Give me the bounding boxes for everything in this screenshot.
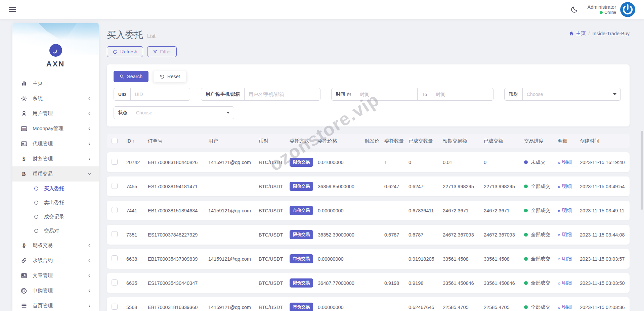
sidebar-subitem-sell-orders[interactable]: 卖出委托 [12,196,99,210]
column-header-price: 委托价格 [318,138,365,144]
sidebar-item-subscription-management[interactable]: 申购管理 [12,283,99,298]
cell-filled-amount: 0.62467645 [409,305,443,310]
breadcrumb: 主页 / Inside-Trade-Buy [569,23,630,37]
double-chevron-icon: » [558,304,560,310]
cell-created-at: 2023-11-15 03:49:11 [580,208,625,213]
row-checkbox[interactable] [112,279,118,286]
detail-link[interactable]: »明细 [558,256,580,262]
sidebar-subitem-trading-pairs[interactable]: 交易对 [12,224,99,238]
sidebar-subitem-buy-orders[interactable]: 买入委托 [12,182,99,196]
page-title: 买入委托 [107,29,143,41]
status-label: 全部成交 [531,183,550,190]
sidebar-item-options-trading[interactable]: B 期权交易 [12,238,99,253]
hamburger-menu-icon[interactable] [9,6,16,13]
cell-id: 6638 [126,256,148,262]
cell-expected-total: 24672.367093 [443,232,484,238]
column-header-amount: 委托数量 [384,138,409,144]
row-checkbox[interactable] [112,231,118,237]
table-row: 6635 ES1700035430440347 BTC/USDT 限价交易 36… [107,273,630,293]
row-checkbox[interactable] [112,304,118,310]
status-select[interactable]: Choose [132,107,234,119]
cell-pair: BTC/USDT [259,280,290,286]
cell-filled-total: 33561.4508 [484,256,524,262]
chevron-left-icon [87,111,92,116]
row-checkbox[interactable] [112,159,118,165]
detail-link[interactable]: »明细 [558,280,580,286]
cell-expected-total: 33561.450846 [443,280,484,286]
sidebar-item-finance-management[interactable]: $ 财务管理 [12,151,99,166]
cell-created-at: 2023-11-15 03:03:50 [580,280,625,286]
breadcrumb-home-link[interactable]: 主页 [569,30,586,37]
cell-filled-amount: 0.67836411 [409,208,443,213]
vertical-scrollbar-thumb[interactable] [641,131,643,210]
column-header-id[interactable]: ID↑ [126,138,148,144]
cell-filled-amount: 0.9198 [409,280,443,286]
cell-created-at: 2023-11-15 03:49:54 [580,184,625,189]
spot-trading-submenu: 买入委托 卖出委托 成交记录 交易对 [12,182,99,238]
time-from-input[interactable] [356,88,417,100]
status-label: 全部成交 [531,280,550,286]
user-menu[interactable]: Administrator Online [588,2,635,17]
search-button[interactable]: Search [114,71,148,82]
row-checkbox[interactable] [112,207,118,213]
chevron-left-icon [87,258,92,263]
refresh-button[interactable]: Refresh [107,46,143,57]
dark-mode-moon-icon[interactable] [570,6,578,13]
user-icon [20,110,28,117]
detail-link[interactable]: »明细 [558,183,580,190]
page-subtitle: List [147,33,156,39]
table-row: 6638 EB1700035437309839 14159121@qq.com … [107,249,630,269]
detail-link[interactable]: »明细 [558,304,580,310]
id-card-icon [20,140,28,147]
sidebar-item-spot-trading[interactable]: B 币币交易 [12,166,99,182]
cc-card-icon: CC [20,125,28,132]
order-type-badge: 限价交易 [290,182,313,191]
cell-price: 0.00000000 [318,256,365,262]
sidebar-item-home[interactable]: 主页 [12,76,99,91]
detail-link[interactable]: »明细 [558,207,580,214]
column-header-pair: 币对 [259,138,290,144]
sidebar-item-user-management[interactable]: 用户管理 [12,106,99,121]
sidebar-menu: 主页 系统 用户管理 CC Moonpay管理 [12,76,99,311]
order-type-badge: 限价交易 [290,278,313,288]
reset-button[interactable]: Reset [153,71,186,82]
cell-progress: 全部成交 [524,231,558,238]
pair-select[interactable]: Choose [523,88,620,100]
cell-amount: 0.6247 [384,184,409,189]
sidebar-item-agent-management[interactable]: 代理管理 [12,136,99,151]
uid-input[interactable] [131,88,190,100]
user-input[interactable] [245,88,320,100]
avatar[interactable] [620,2,635,17]
cell-expected-total: 22713.998295 [443,184,484,189]
cell-filled-amount: 0.6787 [409,232,443,238]
cell-pair: BTC/USDT [259,305,290,310]
cell-id: 7455 [126,184,148,189]
cell-order-no: ES1700035430440347 [148,280,208,286]
sidebar-item-perpetual-contracts[interactable]: 永续合约 [12,253,99,268]
cell-id: 7441 [126,208,148,213]
cell-filled-total: 22713.998295 [484,184,524,189]
link-icon [20,257,28,264]
column-header-expected-total: 预期交易额 [443,138,484,144]
sidebar-item-article-management[interactable]: 文章管理 [12,268,99,283]
cell-filled-total: 24672.3671 [484,208,524,213]
bar-chart-icon [20,80,28,87]
sidebar-item-homepage-management[interactable]: 首页管理 [12,298,99,311]
filter-button[interactable]: Filter [147,46,177,57]
detail-link[interactable]: »明细 [558,159,580,165]
column-header-order-no: 订单号 [148,138,208,144]
time-to-input[interactable] [432,88,493,100]
life-ring-icon [20,288,28,294]
cell-pair: BTC/USDT [259,256,290,262]
sidebar-item-system[interactable]: 系统 [12,91,99,106]
cell-price: 0.01000000 [318,160,365,165]
detail-link[interactable]: »明细 [558,231,580,238]
row-checkbox[interactable] [112,255,118,261]
table-row: 5568 EB1700031816339360 14159121@qq.com … [107,297,630,311]
letter-b-icon: B [20,171,28,177]
sidebar-item-moonpay[interactable]: CC Moonpay管理 [12,121,99,136]
select-all-checkbox[interactable] [112,138,118,144]
row-checkbox[interactable] [112,183,118,189]
sidebar-subitem-trade-records[interactable]: 成交记录 [12,210,99,224]
cell-progress: 全部成交 [524,183,558,190]
